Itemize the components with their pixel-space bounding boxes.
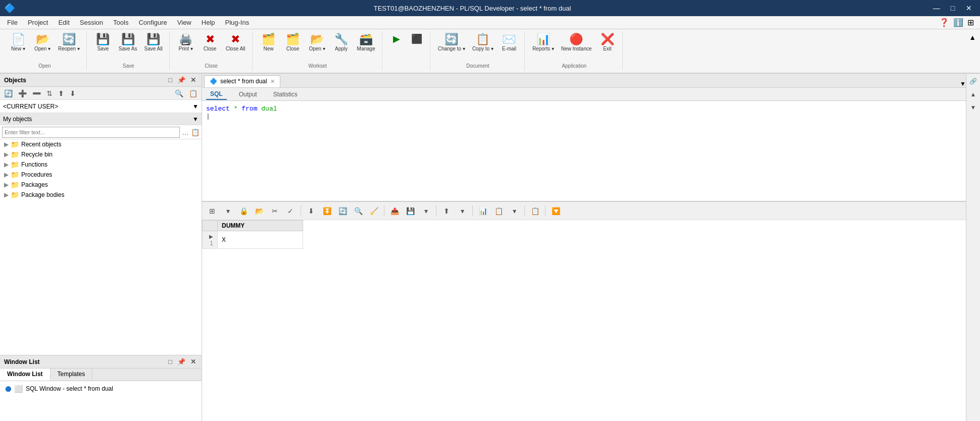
- objects-add-button[interactable]: ➕: [16, 89, 29, 98]
- print-button[interactable]: 🖨️ Print ▾: [175, 32, 197, 53]
- my-objects-header[interactable]: My objects ▼: [0, 113, 202, 125]
- results-chart-button[interactable]: 📊: [476, 204, 490, 218]
- copy-to-button[interactable]: 📋 Copy to ▾: [470, 32, 496, 53]
- tab-scroll-button[interactable]: ▼: [960, 80, 966, 87]
- menu-session[interactable]: Session: [75, 18, 108, 27]
- results-export-button[interactable]: 📤: [387, 204, 402, 218]
- results-down2-button[interactable]: ▾: [455, 204, 469, 218]
- minimize-button[interactable]: —: [929, 3, 944, 14]
- workset-new-button[interactable]: 🗂️ New: [258, 32, 280, 53]
- filter-input[interactable]: [2, 127, 180, 138]
- change-to-button[interactable]: 🔄 Change to ▾: [435, 32, 468, 53]
- objects-restore-button[interactable]: □: [167, 76, 174, 84]
- results-save-dropdown-button[interactable]: ▾: [419, 204, 433, 218]
- results-folder-button[interactable]: 📂: [252, 204, 266, 218]
- tree-item-recycle-bin[interactable]: ▶ 📁 Recycle bin: [0, 149, 202, 160]
- menu-help[interactable]: Help: [197, 18, 220, 27]
- objects-search-button[interactable]: 🔍: [173, 89, 185, 98]
- tree-item-procedures[interactable]: ▶ 📁 Procedures: [0, 170, 202, 180]
- results-up2-button[interactable]: ⬆: [439, 204, 454, 218]
- save-as-button[interactable]: 💾 Save As: [116, 32, 140, 53]
- window-list-close-button[interactable]: ✕: [189, 358, 198, 365]
- right-edge-scroll-down-button[interactable]: ▼: [968, 102, 979, 113]
- tree-item-functions[interactable]: ▶ 📁 Functions: [0, 160, 202, 170]
- results-save-button[interactable]: 💾: [403, 204, 417, 218]
- layout-icon[interactable]: ⊞: [967, 18, 974, 27]
- results-scissor-button[interactable]: ✂: [268, 204, 282, 218]
- open-button[interactable]: 📂 Open ▾: [31, 32, 54, 53]
- sql-tab-statistics[interactable]: Statistics: [269, 89, 302, 99]
- menu-view[interactable]: View: [172, 18, 197, 27]
- exit-button[interactable]: ❌ Exit: [596, 32, 618, 53]
- sql-tab-output[interactable]: Output: [235, 89, 261, 99]
- right-edge-connect-button[interactable]: 🔗: [968, 76, 979, 87]
- editor-area[interactable]: select * from dual: [202, 101, 966, 202]
- apply-button[interactable]: 🔧 Apply: [330, 32, 353, 53]
- new-button[interactable]: 📄 New ▾: [7, 32, 29, 53]
- sql-tab-sql[interactable]: SQL: [206, 89, 227, 100]
- email-button[interactable]: ✉️ E-mail: [498, 32, 520, 53]
- results-dropdown-button[interactable]: ▾: [221, 204, 235, 218]
- new-label: New ▾: [11, 46, 25, 51]
- results-table-dropdown-button[interactable]: ▾: [507, 204, 521, 218]
- results-grid-button[interactable]: ⊞: [205, 204, 219, 218]
- objects-refresh-button[interactable]: 🔄: [2, 89, 15, 98]
- close-button[interactable]: ✖ Close: [199, 32, 221, 53]
- results-search-button[interactable]: 🔍: [351, 204, 365, 218]
- results-copy-button[interactable]: 📋: [528, 204, 542, 218]
- tree-item-label: Packages: [21, 181, 48, 188]
- save-button[interactable]: 💾 Save: [92, 32, 114, 53]
- manage-button[interactable]: 🗃️ Manage: [355, 32, 378, 53]
- objects-sort-button[interactable]: ⇅: [44, 89, 55, 98]
- results-table-button[interactable]: 📋: [492, 204, 506, 218]
- doc-tab-icon: 🔷: [210, 78, 217, 85]
- filter-options-button[interactable]: …: [182, 128, 189, 136]
- results-filter-button[interactable]: 🔽: [549, 204, 563, 218]
- new-instance-button[interactable]: 🔴 New Instance: [559, 32, 595, 53]
- info-icon[interactable]: ℹ️: [953, 18, 963, 27]
- tree-item-recent-objects[interactable]: ▶ 📁 Recent objects: [0, 139, 202, 149]
- menu-tools[interactable]: Tools: [108, 18, 133, 27]
- menu-project[interactable]: Project: [23, 18, 53, 27]
- objects-close-button[interactable]: ✕: [189, 76, 198, 84]
- window-list-restore-button[interactable]: □: [167, 358, 174, 365]
- window-list-pin-button[interactable]: 📌: [176, 358, 187, 365]
- toolbar-collapse-button[interactable]: ▲: [968, 32, 977, 42]
- results-lock-button[interactable]: 🔒: [236, 204, 251, 218]
- objects-down-button[interactable]: ⬇: [68, 89, 78, 98]
- doc-tab-close-button[interactable]: ✕: [270, 78, 275, 85]
- stop-button[interactable]: ⬛: [408, 32, 426, 45]
- menu-plugins[interactable]: Plug-Ins: [220, 18, 255, 27]
- workset-close-button[interactable]: 🗂️ Close: [282, 32, 304, 53]
- tab-window-list[interactable]: Window List: [0, 369, 51, 381]
- user-selector[interactable]: <CURRENT USER> ▼: [0, 100, 202, 113]
- window-list-item[interactable]: 🔵 ⬜ SQL Window - select * from dual: [3, 383, 199, 394]
- filter-clear-button[interactable]: 📋: [191, 128, 200, 136]
- objects-remove-button[interactable]: ➖: [30, 89, 43, 98]
- tree-item-package-bodies[interactable]: ▶ 📁 Package bodies: [0, 190, 202, 200]
- right-edge-scroll-up-button[interactable]: ▲: [968, 89, 979, 100]
- workset-open-button[interactable]: 📂 Open ▾: [306, 32, 328, 53]
- save-all-button[interactable]: 💾 Save All: [142, 32, 165, 53]
- objects-options-button[interactable]: 📋: [187, 89, 200, 98]
- menu-file[interactable]: File: [2, 18, 23, 27]
- tab-templates[interactable]: Templates: [51, 369, 93, 381]
- doc-tab-sql[interactable]: 🔷 select * from dual ✕: [204, 75, 280, 87]
- close-all-button[interactable]: ✖ Close All: [223, 32, 248, 53]
- help-icon[interactable]: ❓: [939, 18, 949, 27]
- close-window-button[interactable]: ✕: [962, 3, 976, 14]
- results-down-button[interactable]: ⬇: [304, 204, 318, 218]
- tree-item-packages[interactable]: ▶ 📁 Packages: [0, 180, 202, 190]
- run-button[interactable]: ▶: [387, 32, 406, 45]
- reopen-button[interactable]: 🔄 Reopen ▾: [56, 32, 82, 53]
- maximize-button[interactable]: □: [946, 3, 960, 14]
- objects-up-button[interactable]: ⬆: [56, 89, 66, 98]
- reports-button[interactable]: 📊 Reports ▾: [530, 32, 557, 53]
- results-bottom-button[interactable]: ⏬: [320, 204, 334, 218]
- menu-edit[interactable]: Edit: [53, 18, 74, 27]
- objects-pin-button[interactable]: 📌: [176, 76, 187, 84]
- results-refresh-button[interactable]: 🔄: [335, 204, 350, 218]
- results-clear-button[interactable]: 🧹: [367, 204, 381, 218]
- menu-configure[interactable]: Configure: [133, 18, 172, 27]
- results-check-button[interactable]: ✓: [283, 204, 298, 218]
